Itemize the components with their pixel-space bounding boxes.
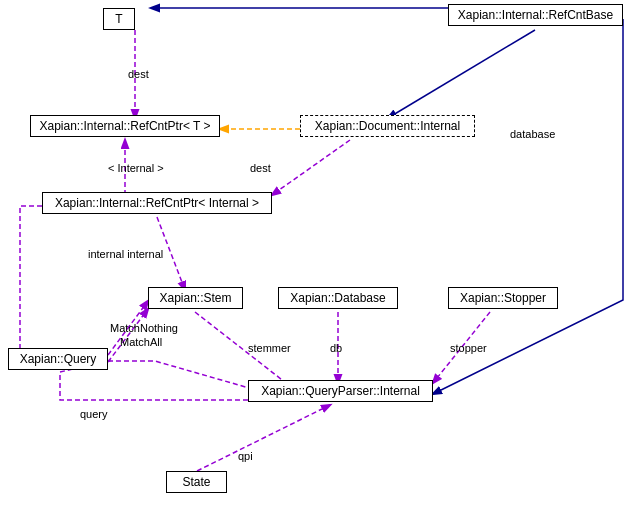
label-dest-doc: dest: [250, 162, 271, 174]
node-Stopper: Xapian::Stopper: [448, 287, 558, 309]
node-QueryParserInternal: Xapian::QueryParser::Internal: [248, 380, 433, 402]
node-RefCntPtrT: Xapian::Internal::RefCntPtr< T >: [30, 115, 220, 137]
label-stopper: stopper: [450, 342, 487, 354]
label-qpi: qpi: [238, 450, 253, 462]
svg-line-10: [197, 405, 330, 471]
label-database: database: [510, 128, 555, 140]
label-query: query: [80, 408, 108, 420]
label-matchnothing: MatchNothing: [110, 322, 178, 334]
label-internal-internal: internal internal: [88, 248, 163, 260]
label-internal: < Internal >: [108, 162, 164, 174]
label-stemmer: stemmer: [248, 342, 291, 354]
node-RefCntPtrInternal: Xapian::Internal::RefCntPtr< Internal >: [42, 192, 272, 214]
node-DocumentInternal: Xapian::Document::Internal: [300, 115, 475, 137]
diagram-container: T Xapian::Internal::RefCntBase Xapian::I…: [0, 0, 633, 507]
label-db: db: [330, 342, 342, 354]
node-Stem: Xapian::Stem: [148, 287, 243, 309]
label-matchall: MatchAll: [120, 336, 162, 348]
node-Query: Xapian::Query: [8, 348, 108, 370]
node-State: State: [166, 471, 227, 493]
label-dest-T: dest: [128, 68, 149, 80]
node-T: T: [103, 8, 135, 30]
node-Database: Xapian::Database: [278, 287, 398, 309]
svg-line-2: [388, 30, 535, 118]
svg-line-5: [272, 140, 350, 195]
node-RefCntBase: Xapian::Internal::RefCntBase: [448, 4, 623, 26]
